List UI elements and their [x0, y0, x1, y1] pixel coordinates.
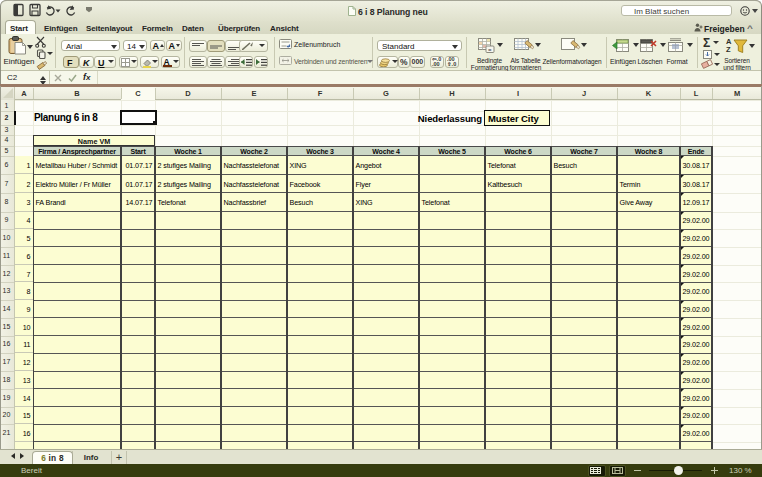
svg-text:=: =	[488, 47, 492, 53]
